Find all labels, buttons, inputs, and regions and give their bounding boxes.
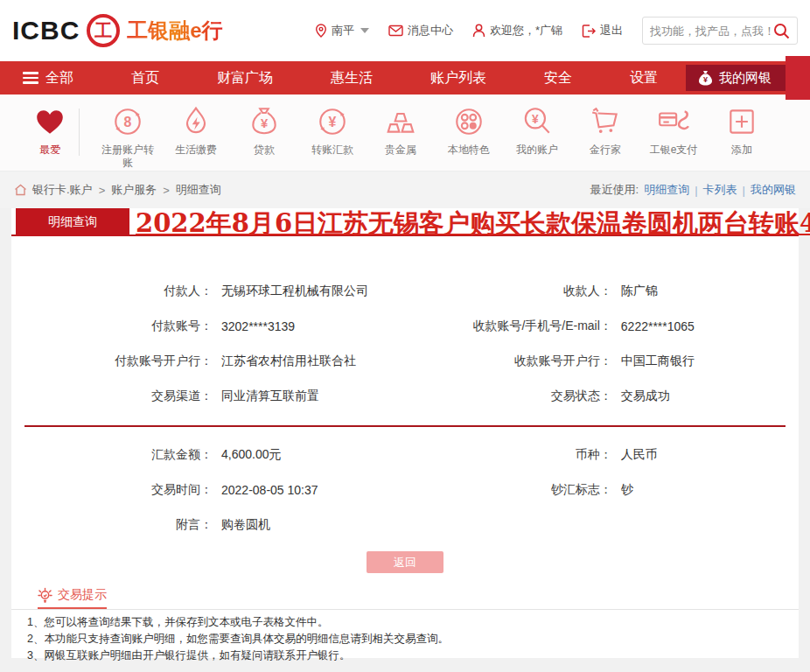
- field-value: 人民币: [621, 447, 658, 463]
- field-value: 交易成功: [621, 388, 670, 404]
- nav-item-settings[interactable]: 设置: [630, 69, 658, 88]
- recent-used-label: 最近使用:: [590, 182, 639, 198]
- red-divider: [24, 425, 786, 427]
- quicklink-precious-metals[interactable]: 贵金属: [367, 105, 435, 157]
- detail-row: 付款账号开户行：江苏省农村信用社联合社 收款账号开户行：中国工商银行: [11, 344, 799, 379]
- quicklink-register-transfer[interactable]: 8 注册账户转账: [94, 105, 162, 170]
- logo: ICBC 工 工银融e行: [12, 14, 223, 47]
- ribbon-end-cap: [786, 56, 810, 100]
- detail-row: 交易时间：2022-08-05 10:37 钞汇标志：钞: [11, 472, 799, 508]
- field-label: 付款账号：: [11, 318, 213, 334]
- detail-row: 付款账号：3202****3139 收款账号/手机号/E-mail：6222**…: [11, 309, 799, 344]
- quicklink-label: 贷款: [237, 144, 291, 157]
- field-value: 钞: [621, 482, 633, 498]
- detail-row: 汇款金额：4,600.00元 币种：人民币: [11, 438, 799, 472]
- nav-item-wealth[interactable]: 财富广场: [217, 69, 273, 88]
- nav-item-all[interactable]: 全部: [23, 69, 73, 88]
- field-label: 附言：: [11, 517, 213, 533]
- back-button[interactable]: 返回: [367, 551, 443, 573]
- field-value: 2022-08-05 10:37: [221, 483, 318, 497]
- my-ebank-label: 我的网银: [719, 70, 772, 87]
- recent-link-detail-query[interactable]: 明细查询: [644, 182, 689, 198]
- quick-links-row: 最爱 8 注册账户转账 生活缴费 ¥ 贷款 ¥ 转账汇款 贵金属 本地特色 ¥ …: [0, 94, 810, 172]
- quicklink-add[interactable]: 添加: [708, 105, 776, 157]
- breadcrumb-item[interactable]: 银行卡.账户: [32, 182, 93, 198]
- recent-link-card-list[interactable]: 卡列表: [703, 182, 737, 198]
- annotation-headline: 2022年8月6日江苏无锡客户购买长款保温卷圆机两台转账4600元: [136, 206, 809, 242]
- field-value: 江苏省农村信用社联合社: [221, 354, 356, 369]
- quicklink-loan[interactable]: ¥ 贷款: [230, 105, 298, 157]
- field-value: 同业清算互联前置: [221, 388, 319, 404]
- quicklink-life-payment[interactable]: 生活缴费: [162, 105, 230, 157]
- search-input[interactable]: [650, 24, 773, 38]
- welcome-label: 欢迎您，*广锦: [490, 23, 562, 38]
- tips-title: 交易提示: [38, 587, 107, 609]
- quicklink-local-features[interactable]: 本地特色: [435, 105, 503, 157]
- nav-item-home[interactable]: 首页: [131, 69, 159, 88]
- add-icon: [725, 105, 758, 138]
- nav-label: 安全: [544, 69, 572, 88]
- life-payment-icon: [179, 105, 213, 138]
- svg-text:8: 8: [124, 115, 132, 130]
- quicklink-label: 金行家: [578, 144, 632, 157]
- brand-name: 工银融e行: [127, 17, 222, 45]
- nav-label: 惠生活: [331, 69, 373, 88]
- quicklink-label: 最爱: [23, 144, 77, 157]
- my-ebank-ribbon[interactable]: ¥ 我的网银: [686, 65, 786, 91]
- field-label: 交易状态：: [418, 388, 612, 404]
- field-label: 收款账号开户行：: [418, 354, 612, 369]
- field-label: 付款人：: [11, 284, 213, 299]
- local-features-icon: [452, 105, 485, 138]
- quicklink-favorites[interactable]: 最爱: [24, 105, 75, 157]
- field-label: 币种：: [418, 447, 612, 463]
- content-card: 明细查询 2022年8月6日江苏无锡客户购买长款保温卷圆机两台转账4600元 付…: [11, 208, 799, 658]
- top-header: ICBC 工 工银融e行 南平 消息中心 欢迎您，*广锦 退出: [0, 0, 810, 61]
- mail-icon: [388, 24, 403, 37]
- epay-card-icon: [657, 105, 690, 138]
- detail-row: 交易渠道：同业清算互联前置 交易状态：交易成功: [11, 379, 799, 414]
- nav-item-life[interactable]: 惠生活: [331, 69, 373, 88]
- moneybag-icon: ¥: [698, 70, 713, 86]
- tips-title-text: 交易提示: [58, 587, 107, 603]
- nav-label: 设置: [630, 69, 658, 88]
- location-label: 南平: [332, 23, 354, 38]
- transfer-remit-icon: ¥: [316, 105, 349, 138]
- field-value: 陈广锦: [621, 284, 658, 299]
- quicklink-my-account[interactable]: ¥ 我的账户: [503, 105, 571, 157]
- quicklink-epay[interactable]: 工银e支付: [639, 105, 708, 157]
- recent-link-my-ebank[interactable]: 我的网银: [751, 182, 796, 198]
- logout-link[interactable]: 退出: [582, 23, 623, 38]
- field-value: 3202****3139: [221, 319, 295, 333]
- breadcrumb-separator: >: [163, 184, 170, 197]
- nav-item-security[interactable]: 安全: [544, 69, 572, 88]
- nav-item-accounts[interactable]: 账户列表: [430, 69, 486, 88]
- quicklink-label: 贵金属: [374, 144, 428, 157]
- message-center-link[interactable]: 消息中心: [388, 23, 453, 38]
- welcome-user[interactable]: 欢迎您，*广锦: [472, 23, 562, 38]
- quicklink-label: 注册账户转账: [101, 144, 155, 170]
- breadcrumb-item-current: 明细查询: [176, 182, 221, 198]
- quicklink-transfer-remit[interactable]: ¥ 转账汇款: [298, 105, 367, 157]
- hamburger-icon: [23, 69, 38, 87]
- quicklink-label: 本地特色: [442, 144, 496, 157]
- main-nav: 全部 首页 财富广场 惠生活 账户列表 安全 设置 ¥ 我的网银: [0, 61, 810, 94]
- field-label: 交易渠道：: [11, 388, 213, 404]
- nav-label: 财富广场: [217, 69, 273, 88]
- field-value: 4,600.00元: [221, 447, 282, 463]
- svg-text:¥: ¥: [532, 113, 539, 126]
- location-selector[interactable]: 南平: [315, 23, 369, 38]
- tips-section: 交易提示: [11, 587, 799, 609]
- location-pin-icon: [315, 24, 327, 38]
- nav-label: 全部: [45, 69, 73, 88]
- quicklink-label: 我的账户: [510, 144, 564, 157]
- quicklink-goldsmith[interactable]: 金行家: [571, 105, 639, 157]
- tab-detail-query[interactable]: 明细查询: [16, 208, 129, 236]
- user-icon: [472, 24, 485, 38]
- goldsmith-cart-icon: [589, 105, 622, 138]
- tips-item: 2、本功能只支持查询账户明细，如您需要查询具体交易的明细信息请到相关交易查询。: [27, 631, 799, 648]
- breadcrumb-item[interactable]: 账户服务: [111, 182, 157, 198]
- tips-item: 3、网银互联账户明细由开户银行提供，如有疑问请联系开户银行。: [27, 648, 799, 664]
- bulb-icon: [38, 587, 52, 603]
- field-label: 付款账号开户行：: [11, 354, 213, 369]
- search-icon[interactable]: [773, 23, 790, 39]
